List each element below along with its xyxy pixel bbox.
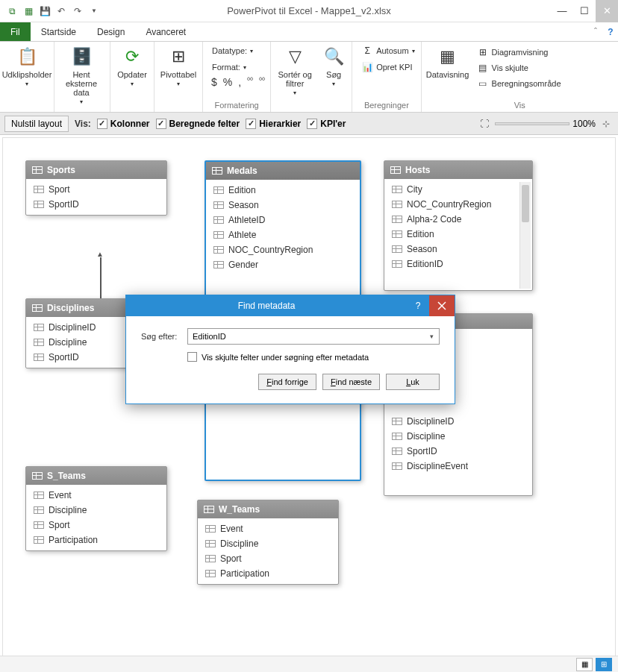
field[interactable]: Event xyxy=(198,521,338,536)
zoom-to-selection-icon[interactable]: ⊹ xyxy=(599,116,614,131)
window-close-button[interactable]: ✕ xyxy=(596,0,618,22)
table-icon xyxy=(212,167,222,175)
diagramview-status-icon[interactable]: ⊞ xyxy=(596,658,612,671)
field[interactable]: Alpha-2 Code xyxy=(384,212,532,227)
field[interactable]: Season xyxy=(384,242,532,257)
clipboard-button[interactable]: 📋 Udklipsholder ▾ xyxy=(3,43,51,89)
sort-filter-button[interactable]: ▽ Sortér og filtrer ▾ xyxy=(274,43,316,98)
field[interactable]: EditionID xyxy=(384,257,532,271)
table-icon xyxy=(32,166,43,174)
show-hidden-label: Vis skjulte felter under søgning efter m… xyxy=(202,353,369,362)
field-icon xyxy=(34,339,44,346)
external-data-icon: 🗄️ xyxy=(69,45,93,69)
field[interactable]: Sport xyxy=(26,518,166,533)
field[interactable]: Discipline xyxy=(384,429,532,444)
get-external-data-button[interactable]: 🗄️ Hent eksterne data ▾ xyxy=(57,43,105,107)
search-dropdown-icon[interactable]: ▾ xyxy=(425,330,437,342)
pivottable-button[interactable]: ⊞ Pivottabel ▾ xyxy=(157,43,199,89)
field[interactable]: NOC_CountryRegion xyxy=(384,197,532,212)
field-icon xyxy=(34,186,44,193)
field[interactable]: NOC_CountryRegion xyxy=(206,242,360,257)
dialog-close-button[interactable] xyxy=(429,295,455,316)
table-wteams[interactable]: W_Teams Event Discipline Sport Participa… xyxy=(197,500,339,585)
field-icon xyxy=(205,525,216,533)
diagramview-icon: ⊞ xyxy=(477,46,489,58)
tab-startside[interactable]: Startside xyxy=(31,22,87,41)
field[interactable]: Gender xyxy=(206,257,360,272)
table-sports[interactable]: Sports Sport SportID xyxy=(25,160,167,216)
zoom-slider[interactable] xyxy=(495,122,569,125)
comma-button[interactable]: , xyxy=(236,76,243,88)
search-input[interactable]: EditionID ▾ xyxy=(187,328,440,345)
refresh-button[interactable]: ⟳ Opdater ▾ xyxy=(113,43,151,89)
diagramview-button[interactable]: ⊞ Diagramvisning xyxy=(474,45,564,60)
chk-hierarkier[interactable]: ✓Hierarkier xyxy=(246,119,301,129)
tab-design[interactable]: Design xyxy=(87,22,135,41)
decrease-decimal-button[interactable]: ⁰⁰ xyxy=(257,76,267,88)
chk-kpier[interactable]: ✓KPI'er xyxy=(307,119,346,129)
field[interactable]: Event xyxy=(26,488,166,503)
maximize-button[interactable]: ☐ xyxy=(573,0,596,22)
redo-icon[interactable]: ↷ xyxy=(70,4,85,19)
show-hidden-checkbox[interactable] xyxy=(187,352,197,362)
field[interactable]: Sport xyxy=(26,182,166,197)
field-icon xyxy=(213,201,224,209)
showhidden-button[interactable]: ▤ Vis skjulte xyxy=(474,60,564,75)
currency-button[interactable]: $ xyxy=(209,76,219,88)
field[interactable]: SportID xyxy=(384,444,532,459)
table-hosts[interactable]: Hosts City NOC_CountryRegion Alpha-2 Cod… xyxy=(384,160,533,291)
field[interactable]: DisciplineID xyxy=(384,414,532,429)
chk-kolonner[interactable]: ✓Kolonner xyxy=(97,119,150,129)
autosum-dropdown[interactable]: Σ Autosum ▾ xyxy=(358,43,417,58)
tab-avanceret[interactable]: Avanceret xyxy=(135,22,196,41)
datatype-dropdown[interactable]: Datatype: ▾ xyxy=(209,43,256,58)
help-icon[interactable]: ? xyxy=(603,25,618,40)
field[interactable]: Participation xyxy=(26,533,166,547)
qat-dropdown-icon[interactable]: ▼ xyxy=(87,4,102,19)
table-steams[interactable]: S_Teams Event Discipline Sport Participa… xyxy=(25,466,167,551)
field-icon xyxy=(392,186,402,193)
search-label: Søg efter: xyxy=(141,332,180,341)
find-previous-button[interactable]: Find forrige xyxy=(258,374,316,390)
field[interactable]: Discipline xyxy=(26,503,166,518)
increase-decimal-button[interactable]: ⁰⁰ xyxy=(245,76,255,88)
field-icon xyxy=(392,462,402,470)
field-icon xyxy=(392,216,402,223)
table-icon xyxy=(32,472,43,480)
tab-fil[interactable]: Fil xyxy=(0,22,31,41)
field[interactable]: Edition xyxy=(384,227,532,242)
clipboard-icon: 📋 xyxy=(15,45,39,69)
field[interactable]: Discipline xyxy=(198,536,338,551)
find-next-button[interactable]: Find næste xyxy=(322,374,380,390)
collapse-ribbon-icon[interactable]: ˆ xyxy=(588,25,603,40)
calcarea-button[interactable]: ▭ Beregningsområde xyxy=(474,76,564,91)
field-icon xyxy=(392,260,402,268)
reset-layout-button[interactable]: Nulstil layout xyxy=(4,116,69,132)
field[interactable]: Sport xyxy=(198,551,338,566)
create-kpi-button[interactable]: 📊 Opret KPI xyxy=(358,60,415,75)
field[interactable]: SportID xyxy=(26,197,166,212)
dialog-help-button[interactable]: ? xyxy=(407,301,429,311)
field-icon xyxy=(34,201,44,208)
field[interactable]: City xyxy=(384,182,532,197)
find-button[interactable]: 🔍 Søg ▾ xyxy=(319,43,349,89)
minimize-button[interactable]: — xyxy=(551,0,573,22)
field[interactable]: AthleteID xyxy=(206,213,360,227)
save-icon[interactable]: 💾 xyxy=(37,4,52,19)
field[interactable]: Edition xyxy=(206,183,360,198)
field[interactable]: DisciplineEvent xyxy=(384,459,532,474)
table-scrollbar[interactable] xyxy=(522,185,529,222)
field[interactable]: Athlete xyxy=(206,227,360,242)
gridview-icon[interactable]: ▦ xyxy=(576,658,593,671)
field[interactable]: Participation xyxy=(198,566,338,581)
undo-icon[interactable]: ↶ xyxy=(54,4,69,19)
fit-to-screen-icon[interactable]: ⛶ xyxy=(477,116,492,131)
dataview-button[interactable]: ▦ Datavisning xyxy=(425,43,471,81)
percent-button[interactable]: % xyxy=(221,76,234,88)
field[interactable]: Season xyxy=(206,198,360,213)
format-dropdown[interactable]: Format: ▾ xyxy=(209,60,249,75)
chk-beregnede[interactable]: ✓Beregnede felter xyxy=(156,119,240,129)
dialog-ok-close-button[interactable]: Luk xyxy=(386,374,440,390)
find-metadata-dialog: Find metadata ? Søg efter: EditionID ▾ V… xyxy=(125,295,455,404)
field-icon xyxy=(34,354,44,361)
